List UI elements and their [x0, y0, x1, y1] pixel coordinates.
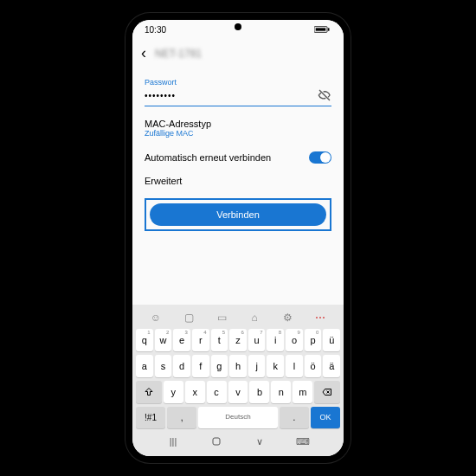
header: ‹ NET-1781 [132, 39, 344, 68]
sticker-icon[interactable]: ▢ [183, 312, 195, 324]
key-l[interactable]: l [286, 355, 303, 377]
key-n[interactable]: n [271, 381, 291, 403]
keyboard-switch-icon[interactable]: ⌨ [297, 435, 309, 447]
network-title: NET-1781 [155, 48, 202, 60]
keyboard-row-4: !#1 , Deutsch . OK [134, 405, 342, 430]
more-icon[interactable]: ⋯ [314, 312, 326, 324]
key-g[interactable]: g [211, 355, 228, 377]
key-c[interactable]: c [207, 381, 227, 403]
key-x[interactable]: x [185, 381, 205, 403]
visibility-off-icon[interactable] [318, 88, 331, 102]
key-i[interactable]: i8 [267, 329, 284, 351]
key-j[interactable]: j [248, 355, 266, 377]
period-key[interactable]: . [280, 407, 309, 428]
clock: 10:30 [145, 25, 166, 35]
svg-rect-1 [328, 28, 330, 30]
gif-icon[interactable]: ▭ [215, 312, 228, 324]
keyboard-toolbar: ☺ ▢ ▭ ⌂ ⚙ ⋯ [134, 308, 342, 327]
auto-reconnect-label: Automatisch erneut verbinden [145, 152, 271, 163]
backspace-key[interactable] [314, 381, 340, 403]
key-v[interactable]: v [228, 381, 248, 403]
keyboard: ☺ ▢ ▭ ⌂ ⚙ ⋯ q1w2e3r4t5z6u7i8o9p0ü asdfgh… [132, 305, 344, 456]
key-ä[interactable]: ä [323, 355, 340, 377]
settings-icon[interactable]: ⚙ [281, 312, 293, 324]
recents-button[interactable]: ||| [167, 435, 179, 447]
symbols-key[interactable]: !#1 [136, 407, 165, 428]
key-e[interactable]: e3 [173, 329, 190, 351]
key-m[interactable]: m [293, 381, 312, 403]
keyboard-row-3: yxcvbnm [134, 379, 342, 405]
emoji-icon[interactable]: ☺ [150, 312, 162, 324]
back-button[interactable]: ‹ [141, 44, 146, 62]
android-navbar: ||| ∨ ⌨ [134, 430, 342, 451]
battery-icon [314, 25, 331, 34]
back-nav-button[interactable]: ∨ [254, 435, 266, 447]
keyboard-row-1: q1w2e3r4t5z6u7i8o9p0ü [134, 327, 342, 353]
key-ü[interactable]: ü [323, 329, 340, 351]
key-o[interactable]: o9 [286, 329, 303, 351]
shift-key[interactable] [136, 381, 162, 403]
connect-highlight: Verbinden [145, 198, 331, 231]
ok-key[interactable]: OK [311, 407, 340, 428]
connect-button[interactable]: Verbinden [150, 203, 326, 226]
password-label: Passwort [145, 78, 331, 87]
key-k[interactable]: k [267, 355, 284, 377]
mac-type-value[interactable]: Zufällige MAC [145, 129, 331, 138]
key-f[interactable]: f [192, 355, 209, 377]
key-u[interactable]: u7 [248, 329, 266, 351]
home-button[interactable] [210, 435, 222, 447]
svg-rect-2 [316, 28, 326, 30]
auto-reconnect-row: Automatisch erneut verbinden [145, 146, 331, 169]
key-t[interactable]: t5 [211, 329, 228, 351]
voice-icon[interactable]: ⌂ [248, 312, 261, 324]
key-s[interactable]: s [155, 355, 172, 377]
phone-frame: 10:30 ‹ NET-1781 Passwort MAC-Adresstyp … [125, 13, 351, 463]
keyboard-row-2: asdfghjklöä [134, 353, 342, 379]
mac-type-label: MAC-Adresstyp [145, 119, 331, 129]
svg-rect-3 [213, 438, 220, 445]
key-h[interactable]: h [229, 355, 247, 377]
auto-reconnect-toggle[interactable] [309, 151, 331, 164]
key-ö[interactable]: ö [305, 355, 322, 377]
password-row [145, 87, 331, 106]
key-d[interactable]: d [173, 355, 190, 377]
key-z[interactable]: z6 [229, 329, 247, 351]
wifi-settings: Passwort MAC-Adresstyp Zufällige MAC Aut… [132, 68, 344, 243]
key-w[interactable]: w2 [155, 329, 172, 351]
password-input[interactable] [145, 91, 318, 100]
space-key[interactable]: Deutsch [198, 407, 278, 428]
advanced-button[interactable]: Erweitert [145, 169, 331, 193]
key-r[interactable]: r4 [192, 329, 209, 351]
key-q[interactable]: q1 [136, 329, 153, 351]
key-p[interactable]: p0 [305, 329, 322, 351]
comma-key[interactable]: , [167, 407, 196, 428]
screen: 10:30 ‹ NET-1781 Passwort MAC-Adresstyp … [132, 20, 344, 456]
key-y[interactable]: y [164, 381, 183, 403]
key-a[interactable]: a [136, 355, 153, 377]
front-camera [235, 23, 241, 30]
key-b[interactable]: b [249, 381, 269, 403]
